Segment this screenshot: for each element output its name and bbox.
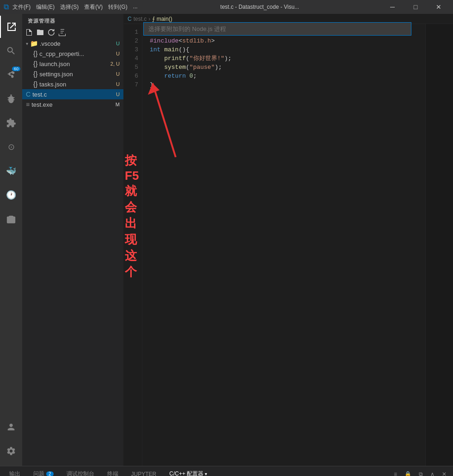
main-container: 60 ⊙ 🐳 🕐 资源管理器 — [0, 14, 453, 466]
tasks-badge: U — [116, 81, 120, 87]
window-controls: ─ □ ✕ — [382, 0, 449, 14]
code-line-5: system("pause"); — [150, 63, 425, 72]
line-numbers: 1 2 3 4 5 6 7 — [124, 24, 142, 466]
vscode-folder-badge: U — [116, 41, 120, 46]
activity-settings[interactable] — [0, 440, 22, 462]
c-file-icon: C — [26, 91, 31, 98]
activity-docker[interactable]: 🐳 — [0, 160, 22, 182]
panel-tab-debug-console[interactable]: 调试控制台 — [61, 466, 100, 476]
menu-edit[interactable]: 编辑(E) — [36, 3, 55, 11]
vscode-folder[interactable]: ▾ 📁 .vscode U — [22, 38, 123, 49]
refresh-button[interactable] — [46, 27, 56, 37]
chevron-down-icon: ▾ — [26, 41, 28, 46]
window-title: test.c - Datastruct_code - Visu... — [138, 4, 382, 10]
breadcrumb-file[interactable]: C — [128, 16, 132, 22]
code-line-4: printf("你好世界!"); — [150, 54, 425, 63]
breadcrumb-function[interactable]: ⨍ main() — [152, 16, 172, 22]
activity-explorer[interactable] — [0, 16, 22, 38]
code-content[interactable]: #include<stdio.h> #include<stdlib.h> int… — [142, 24, 425, 466]
panel-tab-problems[interactable]: 问题 2 — [28, 466, 59, 476]
problems-badge: 2 — [46, 471, 54, 476]
activity-source-control[interactable]: 60 — [0, 64, 22, 86]
code-line-2: #include<stdlib.h> — [150, 37, 425, 45]
exe-icon: ≡ — [26, 101, 30, 108]
command-palette-input[interactable] — [143, 22, 411, 36]
titlebar-left: ⧉ 文件(F) 编辑(E) 选择(S) 查看(V) 转到(G) ... — [4, 3, 138, 11]
json-icon2: {} — [33, 60, 37, 67]
settings-json-file[interactable]: {} settings.json U — [22, 69, 123, 79]
vscode-icon: ⧉ — [4, 3, 9, 11]
panel-tabs: 输出 问题 2 调试控制台 终端 JUPYTER C/C++ 配置器 ▾ ≡ 🔒… — [0, 466, 453, 476]
titlebar: ⧉ 文件(F) 编辑(E) 选择(S) 查看(V) 转到(G) ... test… — [0, 0, 453, 14]
code-line-6: return 0; — [150, 72, 425, 80]
activity-clock[interactable]: 🕐 — [0, 184, 22, 206]
activity-search[interactable] — [0, 40, 22, 62]
breadcrumb-separator1: test.c — [134, 16, 147, 22]
test-exe-file[interactable]: ≡ test.exe M — [22, 99, 123, 110]
json-icon3: {} — [33, 70, 37, 78]
menu-goto[interactable]: 转到(G) — [108, 3, 127, 11]
sidebar: 资源管理器 ▾ 📁 .vscode U — [22, 14, 124, 466]
menu-file[interactable]: 文件(F) — [12, 3, 31, 11]
activity-debug[interactable] — [0, 88, 22, 110]
line-num-3: 3 — [124, 45, 138, 54]
new-file-button[interactable] — [24, 27, 34, 37]
source-control-badge: 60 — [12, 67, 20, 71]
code-line-3: int main(){ — [150, 45, 425, 54]
menu-view[interactable]: 查看(V) — [84, 3, 103, 11]
file-tree: ▾ 📁 .vscode U {} c_cpp_properti... U {} … — [22, 38, 123, 466]
panel-right-buttons: ≡ 🔒 ⧉ ∧ ✕ — [391, 470, 449, 476]
tasks-file-label: tasks.json — [39, 81, 66, 88]
panel: 输出 问题 2 调试控制台 终端 JUPYTER C/C++ 配置器 ▾ ≡ 🔒… — [0, 466, 453, 476]
c-cpp-properties-file[interactable]: {} c_cpp_properti... U — [22, 49, 123, 59]
settings-badge: U — [116, 71, 120, 77]
panel-copy-button[interactable]: ⧉ — [416, 470, 426, 476]
minimize-button[interactable]: ─ — [382, 0, 403, 14]
settings-file-label: settings.json — [39, 71, 73, 78]
line-num-7: 7 — [124, 80, 138, 89]
line-num-6: 6 — [124, 72, 138, 80]
panel-tab-cpp-config[interactable]: C/C++ 配置器 ▾ — [164, 466, 213, 476]
dropdown-icon: ▾ — [205, 471, 207, 476]
panel-close-button[interactable]: ✕ — [439, 470, 449, 476]
code-line-7: } — [150, 80, 425, 89]
test-c-label: test.c — [32, 91, 47, 98]
activity-bottom — [0, 416, 22, 466]
panel-list-button[interactable]: ≡ — [391, 470, 400, 476]
panel-tab-output[interactable]: 输出 — [4, 466, 26, 476]
panel-tab-terminal[interactable]: 终端 — [102, 466, 124, 476]
new-folder-button[interactable] — [35, 27, 45, 37]
activity-account[interactable] — [0, 416, 22, 438]
panel-collapse-button[interactable]: ∧ — [428, 470, 437, 476]
activity-bar: 60 ⊙ 🐳 🕐 — [0, 14, 22, 466]
breadcrumb-separator2: › — [148, 16, 150, 22]
line-num-2: 2 — [124, 37, 138, 45]
json-icon: {} — [33, 50, 37, 57]
command-palette[interactable] — [124, 22, 453, 36]
c-cpp-badge: U — [116, 51, 120, 56]
menu-more[interactable]: ... — [133, 3, 138, 11]
test-exe-badge: M — [116, 102, 120, 107]
launch-badge: 2, U — [110, 61, 120, 67]
panel-lock-button[interactable]: 🔒 — [402, 470, 414, 476]
menu-select[interactable]: 选择(S) — [60, 3, 79, 11]
launch-json-file[interactable]: {} launch.json 2, U — [22, 59, 123, 69]
close-button[interactable]: ✕ — [428, 0, 449, 14]
panel-tab-jupyter[interactable]: JUPYTER — [126, 466, 162, 476]
activity-storage[interactable] — [0, 208, 22, 230]
test-c-file[interactable]: C test.c U — [22, 89, 123, 99]
launch-file-label: launch.json — [39, 61, 70, 67]
collapse-button[interactable] — [57, 27, 67, 37]
tasks-json-file[interactable]: {} tasks.json U — [22, 79, 123, 89]
activity-remote[interactable]: ⊙ — [0, 136, 22, 158]
test-c-badge: U — [116, 92, 120, 97]
maximize-button[interactable]: □ — [405, 0, 426, 14]
minimap — [425, 24, 453, 466]
c-cpp-file-label: c_cpp_properti... — [39, 50, 84, 57]
editor-area: C test.c › ⨍ main() 1 2 3 4 5 6 7 #inclu… — [124, 14, 453, 466]
test-exe-label: test.exe — [31, 101, 53, 108]
activity-extensions[interactable] — [0, 112, 22, 134]
line-num-4: 4 — [124, 54, 138, 63]
code-editor: 1 2 3 4 5 6 7 #include<stdio.h> #include… — [124, 24, 453, 466]
json-icon4: {} — [33, 80, 37, 88]
